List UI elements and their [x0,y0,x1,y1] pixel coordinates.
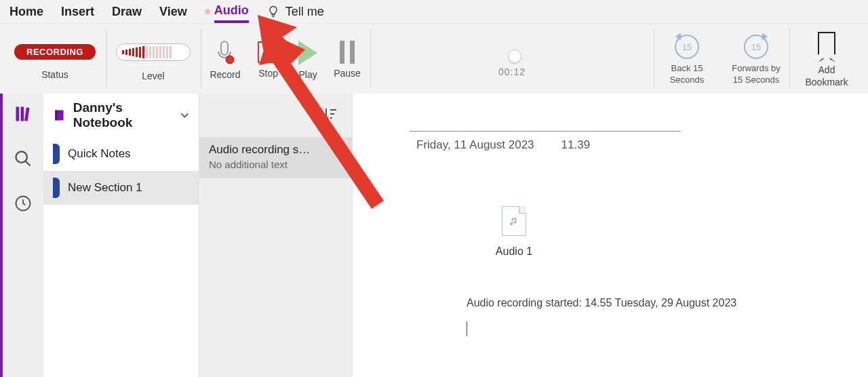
svg-rect-5 [24,107,29,121]
group-bookmark: Add Bookmark [789,24,864,94]
notebook-icon [53,108,66,123]
level-label: Level [142,71,164,81]
record-label: Record [210,69,240,80]
tab-home[interactable]: Home [9,2,43,22]
group-seek-buttons: 15 Back 15 Seconds 15 Forwards by 15 Sec… [654,24,789,94]
section-new-section-1[interactable]: New Section 1 [43,171,199,205]
tab-view[interactable]: View [159,2,187,22]
bookmark-icon [818,32,835,55]
section-nav: Danny's Notebook Quick Notes New Section… [43,94,199,377]
left-rail [0,94,43,377]
sort-pages-button[interactable] [322,106,338,125]
tell-me-label: Tell me [285,5,324,19]
tab-audio[interactable]: Audio [214,1,249,23]
status-badge: RECORDING [14,44,96,60]
note-canvas[interactable]: Friday, 11 August 2023 11.39 Audio 1 Aud… [353,94,868,377]
page-title-input[interactable] [410,110,681,132]
search-icon [14,149,33,168]
books-icon [14,104,33,123]
ribbon-tabs: Home Insert Draw View Audio Tell me [0,0,868,23]
recent-rail-button[interactable] [14,194,33,216]
stop-icon [257,41,280,64]
search-rail-button[interactable] [14,149,33,171]
page-list: Audio recording s… No additional text [199,94,353,377]
recording-started-text: Audio recording started: 14.55 Tuesday, … [467,297,849,309]
play-label: Play [299,69,317,80]
svg-point-1 [226,56,234,64]
clock-icon [14,194,33,213]
notebook-picker[interactable]: Danny's Notebook [43,94,199,137]
play-button[interactable]: Play [298,41,317,80]
tell-me[interactable]: Tell me [267,5,324,19]
stop-label: Stop [258,68,278,79]
svg-rect-2 [258,42,279,62]
forward-15-label: Forwards by 15 Seconds [726,63,786,85]
audio-attachment-label: Audio 1 [473,245,555,258]
text-cursor [467,321,467,336]
page-item-title: Audio recording s… [209,142,342,158]
pause-button[interactable]: Pause [334,41,361,80]
section-label: New Section 1 [68,181,142,195]
forward-15-button[interactable]: 15 Forwards by 15 Seconds [726,35,786,85]
audio-file-icon [502,206,526,236]
back-15-icon: 15 [675,35,699,59]
back-15-label: Back 15 Seconds [657,63,717,85]
tab-draw[interactable]: Draw [112,2,142,22]
page-time: 11.39 [561,138,591,152]
svg-rect-4 [21,107,24,121]
page-item[interactable]: Audio recording s… No additional text [199,137,352,178]
stop-button[interactable]: Stop [257,41,280,80]
forward-15-icon: 15 [744,35,768,59]
section-label: Quick Notes [68,147,131,161]
group-seek-slider: 00:12 [370,24,654,94]
group-status: RECORDING Status [4,24,106,94]
page-date: Friday, 11 August 2023 [416,138,534,152]
pause-label: Pause [334,68,361,79]
lightbulb-icon [267,5,280,18]
svg-point-6 [16,152,27,163]
seek-time: 00:12 [498,66,526,77]
recording-dot-icon [205,9,210,14]
play-icon [298,41,317,65]
svg-rect-10 [55,111,57,121]
group-play-pause: Play Pause [289,24,370,94]
seek-thumb[interactable] [508,49,521,63]
back-15-button[interactable]: 15 Back 15 Seconds [657,35,717,85]
page-list-tools [199,94,352,137]
group-level: Level [106,24,201,94]
section-quick-notes[interactable]: Quick Notes [43,137,199,171]
svg-rect-0 [221,41,228,55]
svg-rect-3 [16,107,20,121]
record-button[interactable]: Record [210,41,240,80]
work-area: Danny's Notebook Quick Notes New Section… [0,94,868,377]
notebook-name: Danny's Notebook [73,100,174,130]
svg-line-7 [26,161,31,166]
microphone-icon [215,41,235,65]
status-label: Status [41,69,68,80]
pause-icon [340,41,355,64]
section-tab-icon [53,144,60,164]
audio-ribbon: RECORDING Status Level Record [0,23,868,94]
level-meter [116,43,191,61]
notebooks-rail-button[interactable] [14,104,33,126]
chevron-down-icon [180,111,189,120]
sort-icon [322,106,338,122]
section-tab-icon [53,178,60,198]
add-bookmark-button[interactable]: Add Bookmark [797,29,856,88]
tab-insert[interactable]: Insert [61,2,94,22]
group-record-stop: Record Stop [201,24,289,94]
add-bookmark-label: Add Bookmark [797,64,856,88]
page-item-subtitle: No additional text [209,158,342,172]
audio-attachment[interactable]: Audio 1 [473,206,555,258]
